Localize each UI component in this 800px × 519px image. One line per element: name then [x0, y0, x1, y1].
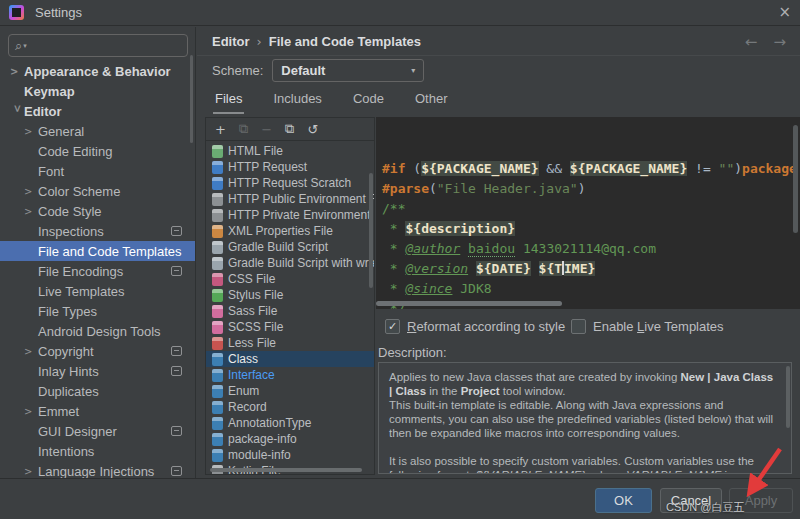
sidebar-item-android-design-tools[interactable]: Android Design Tools [0, 321, 195, 341]
template-item-http-request-scratch[interactable]: HTTP Request Scratch [206, 175, 374, 191]
sidebar-item-label: Code Style [38, 204, 102, 219]
sidebar-item-inlay-hints[interactable]: Inlay Hints [0, 361, 195, 381]
settings-search-box[interactable]: ⌕ ▾ [8, 34, 188, 57]
template-item-module-info[interactable]: module-info [206, 447, 374, 463]
per-project-settings-icon [171, 366, 182, 376]
sidebar-scrollbar[interactable] [190, 55, 193, 143]
settings-dialog: Settings × ⌕ ▾ >Appearance & BehaviorKey… [0, 0, 800, 519]
template-item-label: Gradle Build Script with wrapp [228, 256, 374, 270]
template-item-label: HTTP Public Environment File [228, 192, 374, 206]
option-reformat-according-to-style[interactable]: ✓Reformat according to style [385, 319, 565, 334]
template-item-record[interactable]: Record [206, 399, 374, 415]
sidebar-item-intentions[interactable]: Intentions [0, 441, 195, 461]
template-item-gradle-build-script[interactable]: Gradle Build Script [206, 239, 374, 255]
tab-includes[interactable]: Includes [271, 86, 323, 114]
forward-arrow-icon[interactable]: → [773, 33, 786, 51]
settings-main-panel: Editor › File and Code Templates ← → Sch… [197, 27, 800, 478]
less-file-icon [212, 337, 223, 350]
close-icon[interactable]: × [778, 5, 791, 20]
copy-template-icon[interactable]: ⧉ [285, 121, 294, 137]
java-file-icon [212, 353, 223, 366]
template-code-editor[interactable]: #if (${PACKAGE_NAME} && ${PACKAGE_NAME} … [376, 117, 800, 309]
title-bar: Settings × [0, 0, 800, 26]
breadcrumb-editor[interactable]: Editor [212, 34, 250, 49]
template-item-gradle-build-script-with-wrapp[interactable]: Gradle Build Script with wrapp [206, 255, 374, 271]
chevron-collapsed-icon[interactable]: > [24, 466, 38, 477]
breadcrumb: Editor › File and Code Templates ← → [197, 27, 800, 56]
tab-code[interactable]: Code [351, 86, 386, 114]
template-item-annotationtype[interactable]: AnnotationType [206, 415, 374, 431]
sidebar-item-color-scheme[interactable]: >Color Scheme [0, 181, 195, 201]
settings-search-input[interactable] [32, 39, 162, 53]
sidebar-item-code-editing[interactable]: Code Editing [0, 141, 195, 161]
template-item-http-request[interactable]: HTTP Request [206, 159, 374, 175]
code-line: * ${description} [382, 219, 800, 239]
template-item-scss-file[interactable]: SCSS File [206, 319, 374, 335]
sidebar-item-keymap[interactable]: Keymap [0, 81, 195, 101]
http-env-icon [212, 193, 223, 206]
template-item-enum[interactable]: Enum [206, 383, 374, 399]
css-file-icon [212, 273, 223, 286]
description-label: Description: [378, 345, 447, 360]
template-item-label: HTTP Request Scratch [228, 176, 351, 190]
sidebar-item-duplicates[interactable]: Duplicates [0, 381, 195, 401]
sidebar-item-gui-designer[interactable]: GUI Designer [0, 421, 195, 441]
scheme-select[interactable]: Default ▾ [272, 59, 424, 82]
sidebar-item-emmet[interactable]: >Emmet [0, 401, 195, 421]
tab-other[interactable]: Other [413, 86, 450, 114]
template-item-label: AnnotationType [228, 416, 311, 430]
template-item-http-public-environment-file[interactable]: HTTP Public Environment File [206, 191, 374, 207]
checkbox-unchecked-icon[interactable] [571, 319, 586, 334]
sidebar-item-file-and-code-templates[interactable]: File and Code Templates [0, 241, 195, 261]
template-item-xml-properties-file[interactable]: XML Properties File [206, 223, 374, 239]
chevron-collapsed-icon[interactable]: > [24, 406, 38, 417]
reset-to-default-icon[interactable]: ↺ [307, 122, 318, 137]
sidebar-item-file-types[interactable]: File Types [0, 301, 195, 321]
sidebar-item-label: Copyright [38, 344, 94, 359]
sidebar-item-font[interactable]: Font [0, 161, 195, 181]
template-item-package-info[interactable]: package-info [206, 431, 374, 447]
scheme-value: Default [281, 63, 325, 78]
template-item-interface[interactable]: Interface [206, 367, 374, 383]
tab-files[interactable]: Files [213, 86, 244, 114]
chevron-collapsed-icon[interactable]: > [24, 126, 38, 137]
sidebar-item-code-style[interactable]: >Code Style [0, 201, 195, 221]
template-item-class[interactable]: Class [206, 351, 374, 367]
editor-hscrollbar[interactable] [376, 301, 562, 306]
sidebar-item-inspections[interactable]: Inspections [0, 221, 195, 241]
template-item-label: Sass File [228, 304, 277, 318]
ok-button[interactable]: OK [595, 488, 652, 513]
sidebar-item-general[interactable]: >General [0, 121, 195, 141]
template-item-html-file[interactable]: HTML File [206, 143, 374, 159]
option-label: Enable Live Templates [593, 319, 724, 334]
chevron-collapsed-icon[interactable]: > [24, 186, 38, 197]
description-scrollbar[interactable] [786, 366, 790, 428]
sidebar-item-file-encodings[interactable]: File Encodings [0, 261, 195, 281]
template-item-stylus-file[interactable]: Stylus File [206, 287, 374, 303]
template-item-less-file[interactable]: Less File [206, 335, 374, 351]
chevron-collapsed-icon[interactable]: > [24, 206, 38, 217]
java-file-icon [212, 417, 223, 430]
option-enable-live-templates[interactable]: Enable Live Templates [571, 319, 724, 334]
template-item-css-file[interactable]: CSS File [206, 271, 374, 287]
checkbox-checked-icon[interactable]: ✓ [385, 319, 400, 334]
editor-vscrollbar[interactable] [793, 125, 798, 233]
sidebar-item-label: Keymap [24, 84, 75, 99]
sidebar-item-editor[interactable]: >Editor [0, 101, 195, 121]
chevron-expanded-icon[interactable]: > [12, 104, 23, 118]
scss-file-icon [212, 321, 223, 334]
sidebar-item-appearance-behavior[interactable]: >Appearance & Behavior [0, 61, 195, 81]
add-template-icon[interactable]: + [215, 122, 226, 137]
template-list-vscrollbar[interactable] [369, 173, 373, 288]
back-arrow-icon[interactable]: ← [745, 33, 758, 51]
chevron-collapsed-icon[interactable]: > [24, 346, 38, 357]
sidebar-item-language-injections[interactable]: >Language Injections [0, 461, 195, 478]
template-list-hscrollbar[interactable] [210, 468, 362, 472]
sidebar-item-label: Inlay Hints [38, 364, 99, 379]
template-item-http-private-environment-file[interactable]: HTTP Private Environment File [206, 207, 374, 223]
chevron-collapsed-icon[interactable]: > [10, 66, 24, 77]
sidebar-item-copyright[interactable]: >Copyright [0, 341, 195, 361]
template-item-label: Stylus File [228, 288, 283, 302]
template-item-sass-file[interactable]: Sass File [206, 303, 374, 319]
sidebar-item-live-templates[interactable]: Live Templates [0, 281, 195, 301]
